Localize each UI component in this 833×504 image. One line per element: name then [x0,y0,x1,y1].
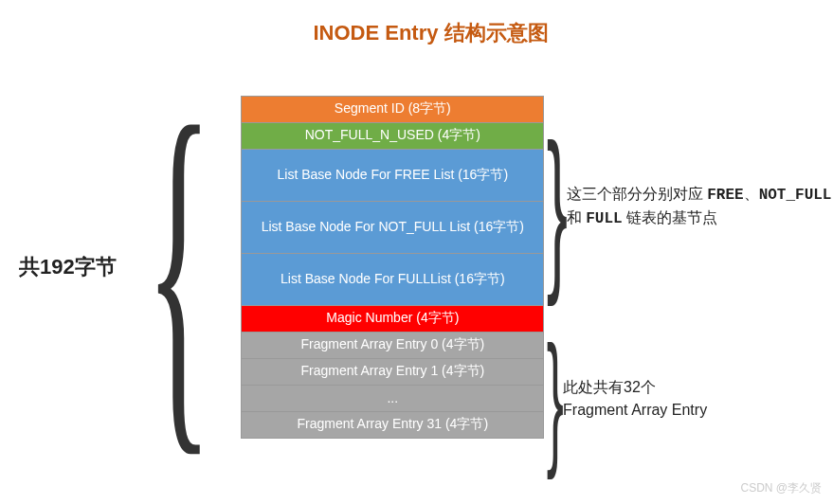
right-annotations: } 这三个部分分别对应 FREE、NOT_FULL 和 FULL 链表的基节点 … [548,62,831,472]
fragment-entry-0-row: Fragment Array Entry 0 (4字节) [242,333,543,359]
diagram-container: 共192字节 { Segment ID (8字节) NOT_FULL_N_USE… [0,62,833,472]
list-base-node-note-group: } 这三个部分分别对应 FREE、NOT_FULL 和 FULL 链表的基节点 [548,117,831,297]
total-size-label: 共192字节 [19,253,117,281]
not-full-list-row: List Base Node For NOT_FULL List (16字节) [242,202,543,254]
fragment-entry-31-row: Fragment Array Entry 31 (4字节) [242,412,543,439]
fragment-entry-dots-row: ... [242,386,543,412]
free-list-row: List Base Node For FREE List (16字节) [242,150,543,202]
not-full-n-used-row: NOT_FULL_N_USED (4字节) [242,123,543,150]
fragment-entry-1-row: Fragment Array Entry 1 (4字节) [242,359,543,386]
segment-id-row: Segment ID (8字节) [242,97,543,123]
fragment-array-note: 此处共有32个 Fragment Array Entry [563,376,707,422]
right-brace-icon: } [547,325,564,472]
magic-number-row: Magic Number (4字节) [242,306,543,333]
left-brace-icon: { [145,68,212,466]
diagram-title: INODE Entry 结构示意图 [0,19,833,47]
inode-entry-structure: Segment ID (8字节) NOT_FULL_N_USED (4字节) L… [241,96,544,439]
fragment-array-note-group: } 此处共有32个 Fragment Array Entry [548,325,831,472]
full-list-row: List Base Node For FULLList (16字节) [242,254,543,306]
watermark: CSDN @李久贤 [740,480,822,496]
right-brace-icon: } [547,117,568,297]
list-base-node-note: 这三个部分分别对应 FREE、NOT_FULL 和 FULL 链表的基节点 [567,183,832,230]
